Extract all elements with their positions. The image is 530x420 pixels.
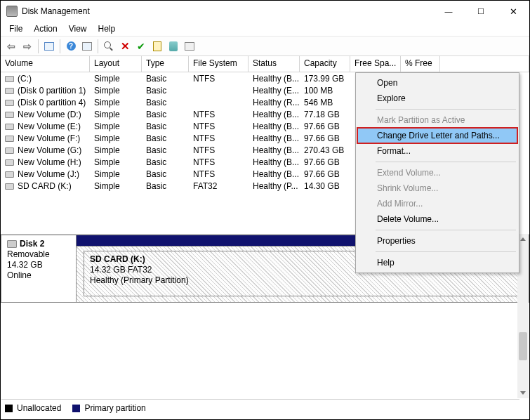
- disk-type: Removable: [7, 249, 70, 260]
- menu-file[interactable]: File: [4, 22, 28, 35]
- volume-filesystem: NTFS: [189, 145, 249, 155]
- ctx-help[interactable]: Help: [357, 255, 517, 270]
- volume-list-header: Volume Layout Type File System Status Ca…: [1, 56, 529, 72]
- volume-capacity: 546 MB: [300, 98, 350, 107]
- volume-capacity: 100 MB: [300, 86, 350, 96]
- volume-icon: [5, 171, 14, 178]
- volume-capacity: 270.43 GB: [300, 145, 350, 155]
- forward-button[interactable]: ⇨: [20, 39, 35, 54]
- column-header-blank: [440, 56, 529, 72]
- volume-name: New Volume (D:): [18, 110, 81, 119]
- volume-name: New Volume (G:): [18, 145, 81, 155]
- menu-bar: File Action View Help: [1, 22, 529, 37]
- column-header-volume[interactable]: Volume: [1, 56, 90, 72]
- volume-layout: Simple: [90, 98, 142, 107]
- scrollbar-thumb[interactable]: [519, 332, 527, 360]
- volume-capacity: 77.18 GB: [300, 110, 350, 119]
- column-header-status[interactable]: Status: [249, 56, 300, 72]
- volume-capacity: 97.66 GB: [300, 133, 350, 143]
- disk-icon: [7, 240, 17, 248]
- column-header-filesystem[interactable]: File System: [189, 56, 249, 72]
- volume-icon: [5, 183, 14, 190]
- volume-status: Healthy (B...: [249, 145, 300, 155]
- delete-button[interactable]: ✕: [117, 39, 133, 54]
- ctx-shrink-volume: Shrink Volume...: [357, 181, 517, 196]
- volume-layout: Simple: [90, 181, 142, 191]
- volume-filesystem: NTFS: [189, 122, 249, 131]
- ctx-format[interactable]: Format...: [357, 143, 517, 159]
- volume-layout: Simple: [90, 169, 142, 179]
- toolbar-separator: [60, 39, 60, 53]
- volume-layout: Simple: [90, 110, 142, 119]
- menu-action[interactable]: Action: [28, 22, 62, 35]
- volume-status: Healthy (B...: [249, 122, 300, 131]
- volume-icon: [5, 88, 14, 94]
- volume-type: Basic: [142, 110, 189, 119]
- volume-type: Basic: [142, 122, 189, 131]
- menu-view[interactable]: View: [63, 22, 93, 35]
- legend-primary: Primary partition: [84, 403, 145, 413]
- volume-status: Healthy (R...: [249, 98, 300, 107]
- legend: Unallocated Primary partition: [5, 401, 146, 415]
- toolbar-separator: [38, 39, 39, 53]
- maximize-button[interactable]: ☐: [465, 1, 497, 22]
- ctx-separator: [376, 162, 516, 162]
- ctx-add-mirror: Add Mirror...: [357, 196, 517, 211]
- volume-filesystem: NTFS: [189, 133, 249, 143]
- volume-status: Healthy (B...: [249, 74, 300, 84]
- column-header-layout[interactable]: Layout: [90, 56, 142, 72]
- disk-size: 14.32 GB: [7, 260, 70, 270]
- volume-status: Healthy (B...: [249, 157, 300, 167]
- volume-capacity: 97.66 GB: [300, 122, 350, 131]
- volume-status: Healthy (E...: [249, 86, 300, 96]
- app-icon: [6, 6, 18, 17]
- new-button[interactable]: [150, 39, 165, 54]
- help-button[interactable]: ?: [63, 39, 79, 54]
- action-list-button[interactable]: [79, 39, 95, 54]
- volume-type: Basic: [142, 157, 189, 167]
- volume-filesystem: FAT32: [189, 181, 249, 191]
- refresh-button[interactable]: ✔: [133, 39, 149, 54]
- volume-icon: [5, 76, 14, 82]
- ctx-delete-volume[interactable]: Delete Volume...: [357, 211, 517, 227]
- volume-name: New Volume (F:): [18, 133, 80, 143]
- volume-icon: [5, 112, 14, 118]
- close-button[interactable]: ✕: [497, 1, 529, 22]
- back-button[interactable]: ⇦: [4, 39, 19, 54]
- legend-unallocated: Unallocated: [17, 403, 61, 413]
- ctx-separator: [376, 109, 516, 110]
- volume-name: (Disk 0 partition 4): [18, 98, 86, 107]
- disk-info-block[interactable]: Disk 2 Removable 14.32 GB Online: [1, 235, 76, 303]
- ctx-change-drive-letter[interactable]: Change Drive Letter and Paths...: [357, 128, 517, 143]
- volume-name: SD CARD (K:): [18, 181, 72, 191]
- volume-capacity: 173.99 GB: [300, 74, 350, 84]
- toolbar-separator: [98, 39, 98, 53]
- column-header-pct[interactable]: % Free: [401, 56, 440, 72]
- volume-type: Basic: [142, 145, 189, 155]
- rescan-button[interactable]: [166, 39, 181, 54]
- column-header-capacity[interactable]: Capacity: [300, 56, 350, 72]
- volume-status: Healthy (B...: [249, 110, 300, 119]
- ctx-separator: [376, 230, 516, 230]
- volume-type: Basic: [142, 86, 189, 96]
- ctx-open[interactable]: Open: [357, 75, 517, 91]
- context-menu: Open Explore Mark Partition as Active Ch…: [355, 72, 519, 273]
- ctx-explore[interactable]: Explore: [357, 91, 517, 106]
- settings-button[interactable]: [101, 39, 117, 54]
- swatch-unallocated: [5, 405, 13, 412]
- volume-capacity: 97.66 GB: [300, 169, 350, 179]
- volume-status: Healthy (B...: [249, 133, 300, 143]
- disk-status: Online: [7, 270, 70, 281]
- volume-name: New Volume (H:): [18, 157, 81, 167]
- volume-icon: [5, 136, 14, 142]
- column-header-type[interactable]: Type: [142, 56, 189, 72]
- ctx-extend-volume: Extend Volume...: [357, 165, 517, 181]
- column-header-free[interactable]: Free Spa...: [350, 56, 401, 72]
- ctx-properties[interactable]: Properties: [357, 233, 517, 249]
- show-hide-console-button[interactable]: [41, 39, 57, 54]
- volume-icon: [5, 100, 14, 106]
- volume-type: Basic: [142, 98, 189, 107]
- menu-help[interactable]: Help: [93, 22, 121, 35]
- properties-button[interactable]: [182, 39, 197, 54]
- minimize-button[interactable]: —: [432, 1, 465, 22]
